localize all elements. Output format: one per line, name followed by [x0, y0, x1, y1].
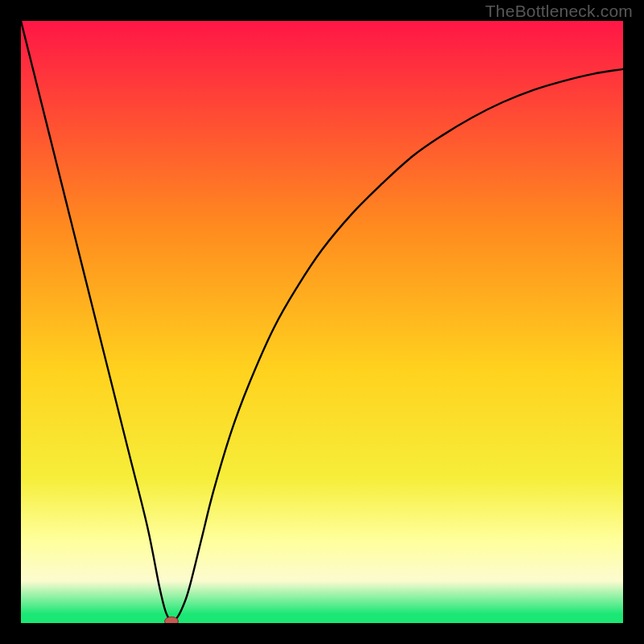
chart-frame: TheBottleneck.com [0, 0, 644, 644]
optimal-point-marker [165, 617, 179, 623]
chart-plot-area [21, 21, 623, 623]
gradient-background [21, 21, 623, 623]
watermark-text: TheBottleneck.com [485, 2, 633, 21]
chart-svg [21, 21, 623, 623]
